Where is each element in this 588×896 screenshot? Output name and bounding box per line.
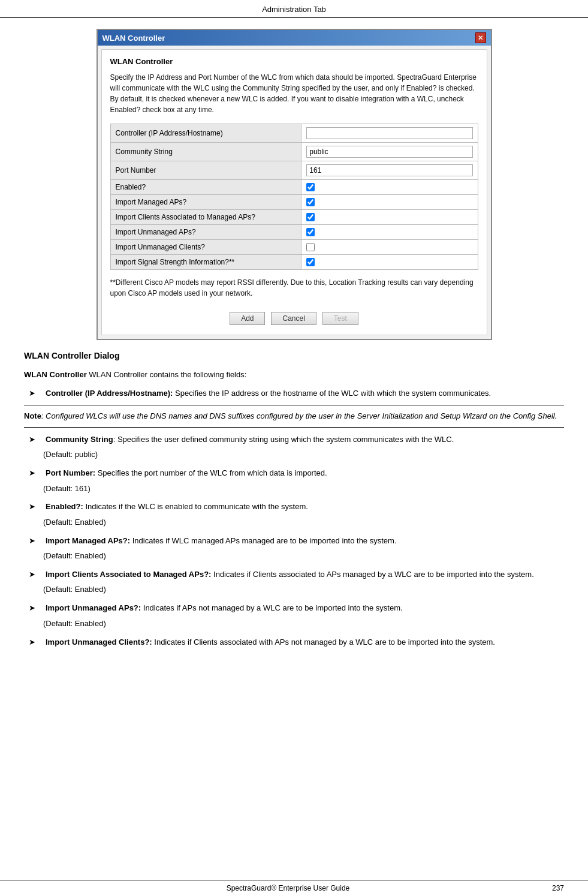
port-number-input[interactable] xyxy=(306,164,472,176)
add-button[interactable]: Add xyxy=(230,312,265,325)
community-string-default: (Default: public) xyxy=(43,449,564,461)
port-desc: Specifies the port number of the WLC fro… xyxy=(95,468,327,477)
bullet-arrow-icon-5: ➤ xyxy=(29,535,43,547)
enabled-desc: Indicates if the WLC is enabled to commu… xyxy=(83,502,308,511)
dialog-footnote: **Different Cisco AP models may report R… xyxy=(110,277,478,299)
import-unmanaged-aps-default: (Default: Enabled) xyxy=(43,618,564,630)
import-clients-assoc-desc: Indicates if Clients associated to APs m… xyxy=(211,570,533,579)
bullet-text-port: Port Number: Specifies the port number o… xyxy=(46,467,327,479)
import-unmanaged-aps-term: Import Unmanaged APs?: xyxy=(46,603,141,612)
bullet-arrow-icon-8: ➤ xyxy=(29,636,43,648)
note-block: Note: Configured WLCs will use the DNS n… xyxy=(24,405,564,428)
table-row: Import Signal Strength Information?** xyxy=(110,255,478,270)
bullet-item-enabled: ➤ Enabled?: Indicates if the WLC is enab… xyxy=(24,501,564,513)
dialog-body: WLAN Controller Specify the IP Address a… xyxy=(101,49,487,335)
field-label-enabled: Enabled? xyxy=(110,180,301,195)
bullet-text-controller: Controller (IP Address/Hostname): Specif… xyxy=(46,387,491,399)
table-row: Enabled? xyxy=(110,180,478,195)
import-signal-strength-checkbox[interactable] xyxy=(306,258,315,266)
dialog-titlebar: WLAN Controller ✕ xyxy=(98,30,491,46)
import-unmanaged-aps-checkbox[interactable] xyxy=(306,228,315,236)
dialog-buttons: Add Cancel Test xyxy=(110,307,478,327)
import-unmanaged-clients-checkbox[interactable] xyxy=(306,243,315,251)
wlan-controller-dialog: WLAN Controller ✕ WLAN Controller Specif… xyxy=(97,29,492,340)
import-signal-strength-checkbox-cell xyxy=(306,258,472,266)
import-managed-aps-term: Import Managed APs?: xyxy=(46,536,130,545)
import-managed-aps-default: (Default: Enabled) xyxy=(43,550,564,563)
form-table: Controller (IP Address/Hostname) Communi… xyxy=(110,124,478,270)
controller-term: Controller (IP Address/Hostname): xyxy=(46,389,173,398)
import-unmanaged-clients-desc: Indicates if Clients associated with APs… xyxy=(152,638,495,647)
import-managed-aps-checkbox-cell xyxy=(306,198,472,206)
community-string-input[interactable] xyxy=(306,146,472,158)
field-label-signal-strength: Import Signal Strength Information?** xyxy=(110,255,301,270)
cancel-button[interactable]: Cancel xyxy=(271,312,316,325)
table-row: Import Unmanaged Clients? xyxy=(110,240,478,255)
import-unmanaged-clients-term: Import Unmanaged Clients?: xyxy=(46,638,152,647)
footer-page-number: 237 xyxy=(552,884,564,892)
import-clients-managed-checkbox-cell xyxy=(306,213,472,221)
field-label-port-number: Port Number xyxy=(110,161,301,180)
footer-center: SpectraGuard® Enterprise User Guide xyxy=(227,884,350,892)
dialog-description: Specify the IP Address and Port Number o… xyxy=(110,72,478,115)
table-row: Import Unmanaged APs? xyxy=(110,225,478,240)
import-unmanaged-clients-checkbox-cell xyxy=(306,243,472,251)
port-term: Port Number: xyxy=(46,468,95,477)
controller-desc: Specifies the IP address or the hostname… xyxy=(175,389,491,398)
dialog-caption-label: WLAN Controller Dialog xyxy=(24,351,564,360)
community-string-desc: : Specifies the user defined community s… xyxy=(113,435,454,444)
bullet-item-port: ➤ Port Number: Specifies the port number… xyxy=(24,467,564,479)
page-header: Administration Tab xyxy=(0,0,588,18)
table-row: Port Number xyxy=(110,161,478,180)
header-title: Administration Tab xyxy=(262,5,326,14)
bullet-item-controller: ➤ Controller (IP Address/Hostname): Spec… xyxy=(24,387,564,399)
port-default: (Default: 161) xyxy=(43,483,564,495)
field-label-import-unmanaged-clients: Import Unmanaged Clients? xyxy=(110,240,301,255)
enabled-default: (Default: Enabled) xyxy=(43,516,564,529)
field-label-import-clients-managed: Import Clients Associated to Managed APs… xyxy=(110,210,301,225)
bullet-arrow-icon-4: ➤ xyxy=(29,501,43,513)
field-label-community-string: Community String xyxy=(110,143,301,161)
bullet-text-enabled: Enabled?: Indicates if the WLC is enable… xyxy=(46,501,308,513)
table-row: Import Managed APs? xyxy=(110,195,478,210)
body-intro-text: WLAN Controller contains the following f… xyxy=(89,370,246,379)
field-label-import-unmanaged-aps: Import Unmanaged APs? xyxy=(110,225,301,240)
import-unmanaged-aps-desc: Indicates if APs not managed by a WLC ar… xyxy=(141,603,402,612)
bullet-arrow-icon-2: ➤ xyxy=(29,434,43,446)
field-label-controller: Controller (IP Address/Hostname) xyxy=(110,124,301,143)
import-managed-aps-checkbox[interactable] xyxy=(306,198,315,206)
import-unmanaged-aps-checkbox-cell xyxy=(306,228,472,236)
dialog-close-button[interactable]: ✕ xyxy=(475,32,486,43)
wlan-controller-bold-label: WLAN Controller xyxy=(24,370,87,379)
bullet-item-community-string: ➤ Community String: Specifies the user d… xyxy=(24,434,564,446)
page-footer: SpectraGuard® Enterprise User Guide 237 xyxy=(0,880,588,896)
import-clients-assoc-term: Import Clients Associated to Managed APs… xyxy=(46,570,211,579)
enabled-term: Enabled?: xyxy=(46,502,83,511)
table-row: Controller (IP Address/Hostname) xyxy=(110,124,478,143)
bullet-text-import-unmanaged-clients: Import Unmanaged Clients?: Indicates if … xyxy=(46,636,495,648)
note-text: : Configured WLCs will use the DNS names… xyxy=(41,411,557,420)
bullet-text-import-managed: Import Managed APs?: Indicates if WLC ma… xyxy=(46,535,397,547)
bullet-item-import-clients-assoc: ➤ Import Clients Associated to Managed A… xyxy=(24,569,564,581)
test-button[interactable]: Test xyxy=(322,312,358,325)
table-row: Community String xyxy=(110,143,478,161)
enabled-checkbox-cell xyxy=(306,183,472,191)
import-clients-assoc-default: (Default: Enabled) xyxy=(43,584,564,596)
bullet-text-import-clients: Import Clients Associated to Managed APs… xyxy=(46,569,534,581)
table-row: Import Clients Associated to Managed APs… xyxy=(110,210,478,225)
dialog-title: WLAN Controller xyxy=(102,34,165,43)
import-clients-managed-checkbox[interactable] xyxy=(306,213,315,221)
field-label-import-managed-aps: Import Managed APs? xyxy=(110,195,301,210)
bullet-item-import-unmanaged-aps: ➤ Import Unmanaged APs?: Indicates if AP… xyxy=(24,602,564,614)
dialog-section-title: WLAN Controller xyxy=(110,57,478,66)
bullet-arrow-icon-6: ➤ xyxy=(29,569,43,581)
bullet-arrow-icon-7: ➤ xyxy=(29,602,43,614)
controller-input[interactable] xyxy=(306,127,472,139)
bullet-arrow-icon: ➤ xyxy=(29,387,43,399)
bullet-item-import-managed-aps: ➤ Import Managed APs?: Indicates if WLC … xyxy=(24,535,564,547)
note-label: Note xyxy=(24,411,41,420)
bullet-text-import-unmanaged-aps: Import Unmanaged APs?: Indicates if APs … xyxy=(46,602,403,614)
community-string-term: Community String xyxy=(46,435,113,444)
import-managed-aps-desc: Indicates if WLC managed APs managed are… xyxy=(130,536,396,545)
enabled-checkbox[interactable] xyxy=(306,183,315,191)
